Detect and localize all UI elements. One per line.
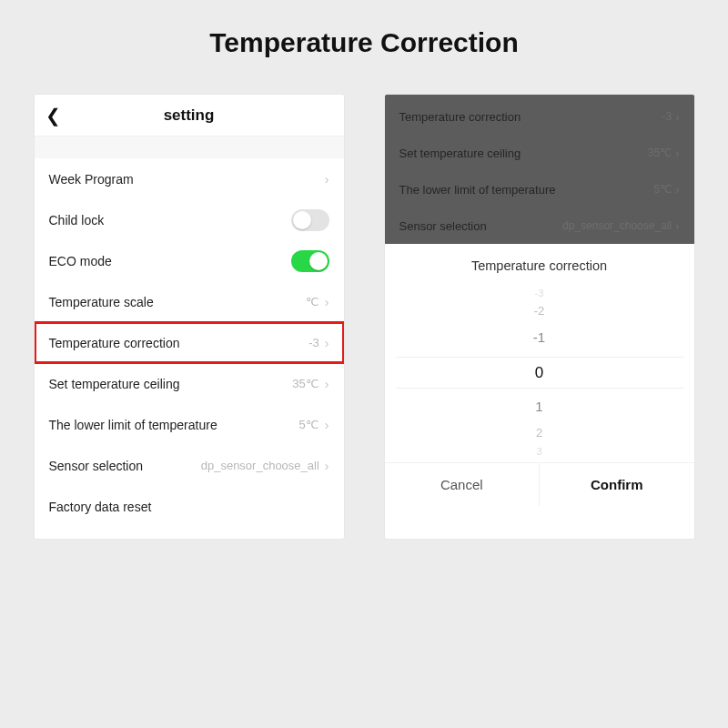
child-lock-toggle[interactable] [291,209,329,231]
back-button[interactable]: ❮ [46,106,61,125]
chevron-right-icon: › [675,183,679,197]
row-week-program[interactable]: Week Program › [35,158,344,199]
chevron-right-icon: › [325,295,329,309]
row-label: Temperature scale [49,295,306,309]
row-temperature-scale[interactable]: Temperature scale ℃ › [35,281,344,322]
row-value: -3 [308,336,319,349]
row-label: ECO mode [49,254,291,268]
dim-row-ceiling: Set temperature ceiling 35℃ › [385,135,694,171]
chevron-right-icon: › [325,377,329,391]
sheet-actions: Cancel Confirm [385,462,694,506]
row-label: Sensor selection [399,219,563,233]
dim-row-lower: The lower limit of temperature 5℃ › [385,171,694,207]
picker-sheet: Temperature correction -3 -2 -1 0 1 2 3 … [385,244,694,506]
settings-list: Week Program › Child lock ECO mode Tempe… [35,158,344,527]
chevron-right-icon: › [325,459,329,473]
picker-option[interactable]: 2 [385,426,694,440]
row-temperature-correction[interactable]: Temperature correction -3 › [35,322,344,363]
section-gap [35,136,344,158]
picker-option[interactable]: -2 [385,304,694,318]
row-label: Set temperature ceiling [399,147,648,160]
header-title: setting [164,106,215,125]
row-label: The lower limit of temperature [49,418,299,432]
row-value: dp_sensor_choose_all [201,459,319,472]
cancel-button[interactable]: Cancel [385,463,540,506]
row-label: Child lock [49,213,291,228]
row-value: 35℃ [648,147,672,159]
sheet-title: Temperature correction [385,244,694,282]
row-label: Temperature correction [49,336,309,350]
row-value: 35℃ [292,377,318,390]
row-value: 5℃ [653,183,672,196]
chevron-right-icon: › [675,110,679,124]
dimmed-background: Temperature correction -3 › Set temperat… [385,95,694,244]
row-label: Temperature correction [399,110,662,124]
picker-option[interactable]: -3 [385,288,694,298]
row-label: Sensor selection [49,459,201,473]
settings-screen: ❮ setting Week Program › Child lock ECO … [35,95,344,539]
row-value: -3 [662,110,672,123]
value-picker[interactable]: -3 -2 -1 0 1 2 3 [385,282,694,462]
dim-row-temperature-correction: Temperature correction -3 › [385,98,694,135]
row-lower-limit-temperature[interactable]: The lower limit of temperature 5℃ › [35,404,344,445]
row-label: The lower limit of temperature [399,183,654,197]
picker-screen: Temperature correction -3 › Set temperat… [385,95,694,539]
eco-mode-toggle[interactable] [291,250,329,272]
row-set-temperature-ceiling[interactable]: Set temperature ceiling 35℃ › [35,363,344,404]
header: ❮ setting [35,95,344,136]
picker-option-selected[interactable]: 0 [385,364,694,382]
row-child-lock[interactable]: Child lock [35,199,344,240]
row-value: dp_sensor_choose_all [562,219,672,232]
row-sensor-selection[interactable]: Sensor selection dp_sensor_choose_all › [35,445,344,486]
dim-row-sensor: Sensor selection dp_sensor_choose_all › [385,207,694,244]
row-label: Week Program [49,172,325,187]
chevron-right-icon: › [325,172,329,187]
row-eco-mode[interactable]: ECO mode [35,240,344,281]
row-factory-reset[interactable]: Factory data reset [35,486,344,527]
row-label: Set temperature ceiling [49,377,293,391]
chevron-right-icon: › [675,147,679,160]
chevron-right-icon: › [325,336,329,350]
row-label: Factory data reset [49,500,329,514]
page-title: Temperature Correction [0,0,728,95]
picker-option[interactable]: 1 [385,399,694,414]
chevron-right-icon: › [325,418,329,432]
row-value: ℃ [306,295,319,308]
row-value: 5℃ [299,418,319,431]
chevron-right-icon: › [675,219,679,233]
picker-option[interactable]: -1 [385,329,694,345]
picker-option[interactable]: 3 [385,446,694,457]
confirm-button[interactable]: Confirm [539,463,694,506]
